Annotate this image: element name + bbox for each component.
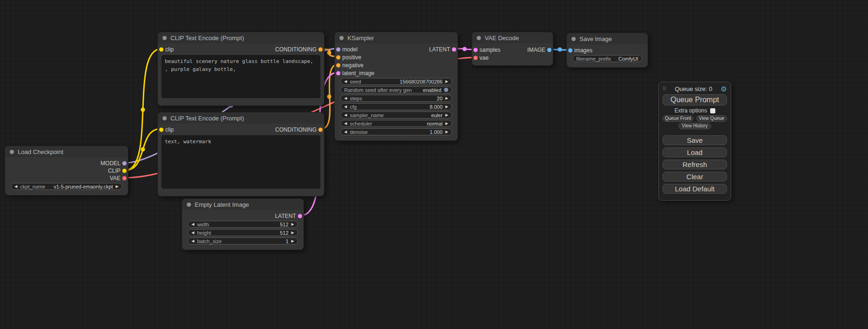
random-seed-toggle-widget[interactable]: Random seed after every gen enabled xyxy=(340,86,452,93)
increment-icon[interactable]: ▶ xyxy=(291,231,294,235)
prev-value-icon[interactable]: ◀ xyxy=(344,113,347,117)
clear-button[interactable]: Clear xyxy=(663,172,727,182)
collapse-dot-icon[interactable] xyxy=(572,37,576,41)
node-title-bar[interactable]: Save Image xyxy=(567,33,648,44)
refresh-button[interactable]: Refresh xyxy=(663,160,727,169)
load-default-button[interactable]: Load Default xyxy=(663,184,727,194)
node-title: VAE Decode xyxy=(485,35,519,42)
widget-label: ckpt_name xyxy=(20,184,45,189)
node-clip-text-encode-positive[interactable]: CLIP Text Encode (Prompt) clip CONDITION… xyxy=(157,32,325,106)
toggle-state-dot[interactable] xyxy=(444,88,448,92)
increment-icon[interactable]: ▶ xyxy=(291,239,294,243)
load-button[interactable]: Load xyxy=(663,147,727,157)
drag-handle-icon[interactable]: ⠿ xyxy=(663,86,666,92)
height-widget[interactable]: ◀ height 512 ▶ xyxy=(188,229,298,236)
collapse-dot-icon[interactable] xyxy=(187,203,191,207)
positive-input-slot[interactable] xyxy=(336,55,340,59)
image-output-slot[interactable] xyxy=(547,48,551,52)
clip-input-slot[interactable] xyxy=(159,127,163,132)
clip-input-slot[interactable] xyxy=(159,47,163,51)
node-title-bar[interactable]: VAE Decode xyxy=(472,32,553,43)
latent-image-input-slot[interactable] xyxy=(336,71,340,75)
node-load-checkpoint[interactable]: Load Checkpoint MODEL CLIP VAE ◀ ckpt_na… xyxy=(5,146,128,196)
prev-value-icon[interactable]: ◀ xyxy=(344,122,347,126)
node-title-bar[interactable]: Empty Latent Image xyxy=(182,199,303,210)
conditioning-output-slot[interactable] xyxy=(318,127,323,132)
samples-input-slot[interactable] xyxy=(473,48,478,52)
decrement-icon[interactable]: ◀ xyxy=(191,223,194,226)
decrement-icon[interactable]: ◀ xyxy=(344,105,347,109)
decrement-icon[interactable]: ◀ xyxy=(344,130,347,134)
node-title: Load Checkpoint xyxy=(18,148,64,155)
latent-output-slot[interactable] xyxy=(452,47,456,51)
negative-input-slot[interactable] xyxy=(336,63,340,67)
increment-icon[interactable]: ▶ xyxy=(445,80,448,84)
positive-prompt-textarea[interactable]: beautiful scenery nature glass bottle la… xyxy=(162,55,320,98)
link-midpoint-dot[interactable] xyxy=(141,108,145,112)
collapse-dot-icon[interactable] xyxy=(477,36,481,40)
increment-icon[interactable]: ▶ xyxy=(445,105,448,109)
ckpt-name-widget[interactable]: ◀ ckpt_name v1-5-pruned-emaonly.ckpt ▶ xyxy=(11,183,122,190)
scheduler-widget[interactable]: ◀ scheduler normal ▶ xyxy=(340,120,452,127)
widget-label: filename_prefix xyxy=(576,56,611,62)
cfg-widget[interactable]: ◀ cfg 8.000 ▶ xyxy=(340,103,452,110)
settings-gear-icon[interactable]: ⚙ xyxy=(721,85,727,92)
node-title-bar[interactable]: CLIP Text Encode (Prompt) xyxy=(158,112,324,124)
steps-widget[interactable]: ◀ steps 20 ▶ xyxy=(340,95,452,102)
link-midpoint-dot[interactable] xyxy=(327,95,332,99)
model-input-slot[interactable] xyxy=(336,47,340,51)
decrement-icon[interactable]: ◀ xyxy=(344,97,347,100)
collapse-dot-icon[interactable] xyxy=(162,116,167,120)
width-widget[interactable]: ◀ width 512 ▶ xyxy=(188,221,298,228)
vae-output-slot[interactable] xyxy=(122,176,127,181)
node-ksampler[interactable]: KSampler model LATENT positive negative … xyxy=(334,32,458,141)
decrement-icon[interactable]: ◀ xyxy=(344,80,347,84)
widget-value: ComfyUI xyxy=(618,56,638,62)
latent-output-slot[interactable] xyxy=(298,214,302,218)
vae-input-slot[interactable] xyxy=(473,56,478,60)
collapse-dot-icon[interactable] xyxy=(162,36,167,40)
increment-icon[interactable]: ▶ xyxy=(445,130,448,134)
input-label-model: model xyxy=(342,46,358,53)
sampler-name-widget[interactable]: ◀ sampler_name euler ▶ xyxy=(340,112,452,119)
node-empty-latent-image[interactable]: Empty Latent Image LATENT ◀ width 512 ▶ … xyxy=(182,198,304,250)
clip-output-slot[interactable] xyxy=(122,169,127,173)
seed-widget[interactable]: ◀ seed 156680208700286 ▶ xyxy=(340,78,452,85)
link-midpoint-dot[interactable] xyxy=(327,51,332,55)
prev-value-icon[interactable]: ◀ xyxy=(14,185,17,189)
next-value-icon[interactable]: ▶ xyxy=(116,185,119,189)
collapse-dot-icon[interactable] xyxy=(339,36,344,40)
negative-prompt-textarea[interactable]: text, watermark xyxy=(162,135,320,189)
view-queue-button[interactable]: View Queue xyxy=(696,115,727,122)
next-value-icon[interactable]: ▶ xyxy=(445,113,448,117)
queue-front-button[interactable]: Queue Front xyxy=(663,115,693,122)
extra-options-checkbox[interactable] xyxy=(710,108,715,113)
queue-panel-header[interactable]: ⠿ Queue size: 0 ⚙ xyxy=(663,84,727,93)
node-vae-decode[interactable]: VAE Decode samples IMAGE vae xyxy=(472,32,553,66)
denoise-widget[interactable]: ◀ denoise 1.000 ▶ xyxy=(340,128,452,135)
increment-icon[interactable]: ▶ xyxy=(291,223,294,226)
output-label-latent: LATENT xyxy=(275,213,296,219)
filename-prefix-widget[interactable]: filename_prefix ComfyUI xyxy=(572,55,642,62)
collapse-dot-icon[interactable] xyxy=(10,150,14,154)
next-value-icon[interactable]: ▶ xyxy=(445,122,448,126)
conditioning-output-slot[interactable] xyxy=(318,47,323,51)
link-midpoint-dot[interactable] xyxy=(558,48,562,52)
view-history-button[interactable]: View History xyxy=(678,123,711,129)
node-save-image[interactable]: Save Image images filename_prefix ComfyU… xyxy=(566,33,648,68)
images-input-slot[interactable] xyxy=(568,48,572,52)
node-title-bar[interactable]: Load Checkpoint xyxy=(5,146,128,157)
link-midpoint-dot[interactable] xyxy=(141,147,145,152)
node-title-bar[interactable]: CLIP Text Encode (Prompt) xyxy=(158,32,324,43)
model-output-slot[interactable] xyxy=(122,161,127,166)
batch-size-widget[interactable]: ◀ batch_size 1 ▶ xyxy=(188,238,298,245)
node-clip-text-encode-negative[interactable]: CLIP Text Encode (Prompt) clip CONDITION… xyxy=(157,112,325,196)
increment-icon[interactable]: ▶ xyxy=(445,97,448,100)
widget-label: height xyxy=(197,230,211,236)
decrement-icon[interactable]: ◀ xyxy=(191,231,194,235)
save-button[interactable]: Save xyxy=(663,135,727,145)
decrement-icon[interactable]: ◀ xyxy=(191,239,194,243)
link-midpoint-dot[interactable] xyxy=(463,47,467,51)
queue-prompt-button[interactable]: Queue Prompt xyxy=(663,94,727,105)
node-title-bar[interactable]: KSampler xyxy=(335,32,458,43)
